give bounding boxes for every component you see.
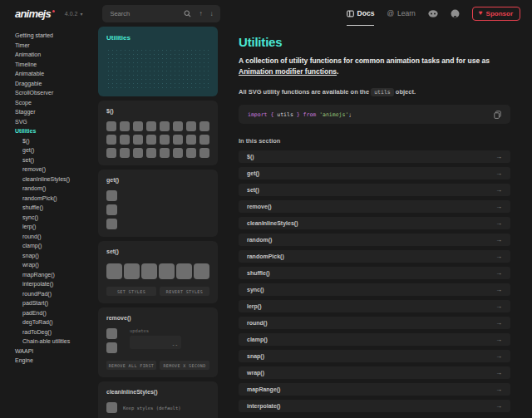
sidebar-item[interactable]: lerp() xyxy=(15,222,98,232)
sidebar-item[interactable]: Scope xyxy=(15,98,98,108)
sidebar-item[interactable]: clamp() xyxy=(15,241,98,251)
sidebar-item-label: mapRange() xyxy=(22,272,55,278)
search-placeholder: Search xyxy=(110,10,130,17)
demo-button[interactable]: REVERT STYLES xyxy=(160,287,209,296)
sidebar-item[interactable]: sync() xyxy=(15,213,98,223)
note-text-before: All SVG utility functions are available … xyxy=(239,88,371,96)
copy-code-button[interactable] xyxy=(494,111,501,119)
search-box[interactable]: Search ↑ ↓ xyxy=(102,5,220,22)
sidebar-item[interactable]: randomPick() xyxy=(15,194,98,204)
demo-button[interactable]: REMOVE ALL FIRST xyxy=(106,361,156,370)
section-link-row[interactable]: lerp() → xyxy=(239,300,510,312)
sidebar-item[interactable]: $() xyxy=(15,136,98,146)
sidebar-item-label: shuffle() xyxy=(22,204,43,210)
sidebar-item[interactable]: interpolate() xyxy=(15,279,98,289)
in-this-section-label: In this section xyxy=(239,137,510,145)
section-link-row[interactable]: randomPick() → xyxy=(239,250,510,263)
demo-card-get[interactable]: get() xyxy=(98,170,218,237)
sidebar-item[interactable]: padEnd() xyxy=(15,308,98,318)
sidebar-item[interactable]: Timeline xyxy=(15,60,98,70)
section-link-row[interactable]: wrap() → xyxy=(239,366,510,379)
utilities-hero-card[interactable]: Utilities xyxy=(98,27,218,96)
section-link-row[interactable]: interpolate() → xyxy=(239,400,510,412)
section-link-row[interactable]: random() → xyxy=(239,234,510,246)
sidebar-item[interactable]: SVG xyxy=(15,117,98,127)
section-link-row[interactable]: get() → xyxy=(239,167,510,179)
nav-docs[interactable]: Docs xyxy=(347,9,375,17)
sidebar-item[interactable]: radToDeg() xyxy=(15,327,98,337)
sidebar-item-label: snap() xyxy=(22,253,39,258)
demo-square xyxy=(120,148,130,158)
section-link-row[interactable]: snap() → xyxy=(239,350,510,362)
arrow-right-icon: → xyxy=(495,253,502,260)
code-brace-close: } xyxy=(293,111,303,118)
sidebar-item[interactable]: padStart() xyxy=(15,298,98,308)
section-link-row[interactable]: mapRange() → xyxy=(239,383,510,396)
sidebar-item[interactable]: get() xyxy=(15,145,98,155)
section-link-row[interactable]: set() → xyxy=(239,184,510,196)
section-link-row[interactable]: sync() → xyxy=(239,283,510,296)
code-keyword-import: import xyxy=(248,111,267,118)
modifier-functions-link[interactable]: Animation modifier functions xyxy=(239,67,337,76)
sidebar-item[interactable]: snap() xyxy=(15,251,98,261)
sidebar-item[interactable]: WAAPI xyxy=(15,347,98,357)
demo-card-clean-inline-styles[interactable]: cleanInlineStyles() Keep styles (default… xyxy=(98,381,218,418)
arrow-up-icon[interactable]: ↑ xyxy=(199,10,202,17)
demo-button[interactable]: REMOVE X SECOND xyxy=(160,361,209,370)
demo-square xyxy=(120,121,130,131)
section-link-row[interactable]: shuffle() → xyxy=(239,267,510,279)
sidebar-item-label: sync() xyxy=(22,214,38,220)
sidebar-item[interactable]: Getting started xyxy=(15,31,98,41)
discord-icon[interactable] xyxy=(428,10,438,17)
sidebar-item-label: wrap() xyxy=(22,262,39,268)
demo-card-set[interactable]: set() SET STYLESREVERT STYLES xyxy=(98,241,218,303)
demo-square xyxy=(200,148,209,158)
sidebar-item[interactable]: set() xyxy=(15,155,98,165)
sponsor-button[interactable]: ♥ Sponsor xyxy=(472,7,520,21)
section-link-row[interactable]: cleanInlineStyles() → xyxy=(239,217,510,229)
sidebar-item[interactable]: degToRad() xyxy=(15,317,98,327)
sidebar-item[interactable]: Animatable xyxy=(15,69,98,79)
demo-square xyxy=(160,135,170,145)
sidebar-item[interactable]: Chain-able utilities xyxy=(15,337,98,347)
demo-card-remove[interactable]: remove() updates -- REMOVE ALL FIRSTREMO… xyxy=(98,307,218,377)
sidebar-item[interactable]: wrap() xyxy=(15,260,98,270)
sidebar-item[interactable]: roundPad() xyxy=(15,289,98,299)
arrow-down-icon[interactable]: ↓ xyxy=(209,10,213,17)
demo-column: Utilities $() get() set() SET STYLESREVE… xyxy=(98,27,218,418)
square-row xyxy=(106,263,209,279)
sidebar-item-label: padStart() xyxy=(22,300,48,306)
section-link-row[interactable]: clamp() → xyxy=(239,333,510,346)
section-link-row[interactable]: round() → xyxy=(239,317,510,329)
sidebar-item[interactable]: ScrollObserver xyxy=(15,88,98,98)
version-selector[interactable]: 4.0.2 ▾ xyxy=(65,11,83,17)
sidebar-item[interactable]: mapRange() xyxy=(15,270,98,280)
sidebar-item[interactable]: shuffle() xyxy=(15,203,98,213)
section-link-row[interactable]: remove() → xyxy=(239,200,510,213)
sidebar-item-label: Timeline xyxy=(15,61,37,67)
sidebar-item[interactable]: Stagger xyxy=(15,107,98,117)
github-icon[interactable] xyxy=(451,9,460,18)
nav-learn[interactable]: @ Learn xyxy=(387,9,415,17)
sidebar-item[interactable]: Animation xyxy=(15,50,98,60)
arrow-right-icon: → xyxy=(495,203,502,210)
code-keyword-from: from xyxy=(303,111,317,118)
demo-button[interactable]: SET STYLES xyxy=(106,287,156,296)
sidebar-item[interactable]: round() xyxy=(15,232,98,242)
demo-card-dollar[interactable]: $() xyxy=(98,101,218,165)
sidebar-item[interactable]: Timer xyxy=(15,41,98,51)
logo[interactable]: animejs xyxy=(15,7,55,20)
sidebar-item[interactable]: remove() xyxy=(15,165,98,175)
sidebar-item[interactable]: cleanInlineStyles() xyxy=(15,175,98,184)
updates-label: updates xyxy=(130,328,209,333)
demo-square xyxy=(173,135,183,145)
sidebar-item[interactable]: Engine xyxy=(15,356,98,366)
sidebar-item[interactable]: Draggable xyxy=(15,79,98,89)
sidebar-item[interactable]: random() xyxy=(15,184,98,194)
logo-dot-icon xyxy=(52,10,55,12)
sidebar-item[interactable]: Utilities xyxy=(15,126,98,136)
section-link-label: remove() xyxy=(247,204,272,209)
demo-square xyxy=(186,135,196,145)
section-link-row[interactable]: $() → xyxy=(239,150,510,163)
sidebar-item-label: SVG xyxy=(15,119,27,125)
